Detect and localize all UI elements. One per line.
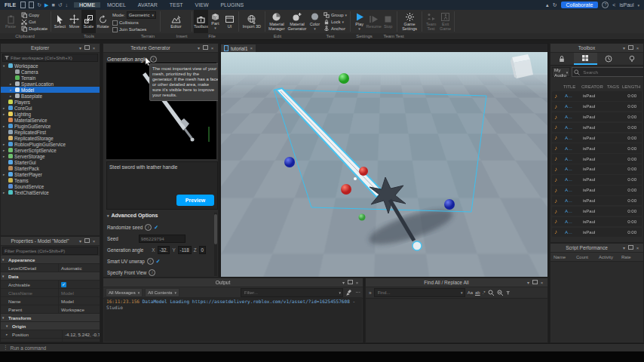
material-manager-button[interactable]: Material Manager: [267, 10, 287, 33]
part-button[interactable]: Part▾: [208, 10, 222, 33]
audio-title-link[interactable]: A…: [565, 104, 583, 109]
property-row[interactable]: ▸ Position -4.12, 5.242, -0.728: [1, 330, 100, 339]
float-panel-icon[interactable]: [627, 45, 634, 51]
expand-arrow-icon[interactable]: ▸: [3, 173, 7, 176]
properties-filter-input[interactable]: Filter Properties (Ctrl+Shift+P): [2, 247, 98, 255]
play-caret[interactable]: ▾: [358, 27, 360, 32]
share-icon[interactable]: <: [612, 2, 615, 8]
property-value[interactable]: Workspace: [58, 305, 100, 313]
view-selector-cube[interactable]: [511, 54, 533, 78]
ribbon-tab[interactable]: MODEL: [102, 2, 131, 8]
expand-arrow-icon[interactable]: ▸: [3, 191, 7, 195]
messages-filter-dropdown[interactable]: All Messages▾: [106, 288, 143, 297]
property-expand-arrow[interactable]: ▾: [1, 316, 8, 320]
paste-button[interactable]: Paste: [2, 10, 20, 33]
expand-arrow-icon[interactable]: ▸: [10, 82, 14, 86]
audio-title-link[interactable]: A…: [565, 167, 583, 171]
scale-handle-blue-right[interactable]: [444, 199, 455, 210]
toolbox-search[interactable]: [572, 67, 644, 77]
property-row[interactable]: ▸ Orientation 0, 0, 0: [1, 339, 100, 342]
audio-title-link[interactable]: A…: [565, 125, 583, 130]
property-row[interactable]: ▾ Origin: [1, 322, 100, 330]
find-previous-icon[interactable]: [488, 290, 495, 296]
audio-title-link[interactable]: A…: [565, 230, 583, 235]
chevron-down-icon[interactable]: ▾: [621, 245, 627, 250]
place-tab[interactable]: tutorial1 ×: [221, 44, 256, 52]
advanced-options-toggle[interactable]: ▾ Advanced Options: [107, 213, 158, 218]
join-surfaces-checkbox[interactable]: [112, 27, 118, 32]
terrain-editor-button[interactable]: Editor: [166, 10, 186, 33]
expand-arrow-icon[interactable]: ▸: [3, 143, 7, 146]
toolbox-button[interactable]: Toolbox: [194, 10, 208, 33]
history-dropdown-icon[interactable]: ↓: [66, 0, 69, 10]
info-icon[interactable]: i: [145, 224, 152, 231]
import-3d-button[interactable]: Import 3D: [241, 10, 262, 33]
audio-row[interactable]: ♪ A… isPaul 0:00: [552, 175, 642, 185]
audio-title-link[interactable]: A…: [565, 219, 583, 224]
move-tool-button[interactable]: Move: [67, 10, 81, 33]
join-surfaces-checkbox-row[interactable]: Join Surfaces: [112, 27, 156, 32]
search-input[interactable]: [581, 69, 644, 75]
expand-arrow-icon[interactable]: ▸: [10, 88, 14, 92]
select-tool-button[interactable]: Select: [53, 10, 67, 33]
expand-arrow-icon[interactable]: ▸: [3, 155, 7, 158]
close-panel-icon[interactable]: ×: [90, 239, 97, 244]
audio-title-link[interactable]: A…: [565, 198, 583, 203]
explorer-item[interactable]: SoundService: [1, 183, 100, 189]
category-select[interactable]: My Audio▾: [552, 67, 570, 77]
sword-pommel[interactable]: [412, 241, 422, 250]
file-menu[interactable]: FILE: [0, 2, 20, 8]
ribbon-tab[interactable]: VIEW: [190, 2, 214, 8]
chevron-down-icon[interactable]: ▾: [621, 45, 627, 51]
explorer-item[interactable]: ReplicatedFirst: [1, 129, 100, 135]
explorer-item[interactable]: ▸ ServerStorage: [1, 153, 100, 159]
ribbon-tab[interactable]: AVATAR: [133, 2, 163, 8]
collapse-ribbon-icon[interactable]: ▴: [546, 2, 549, 8]
clear-output-icon[interactable]: [345, 289, 353, 296]
explorer-item[interactable]: StarterPack: [1, 165, 100, 171]
part-dropdown-caret[interactable]: ▾: [214, 26, 216, 31]
audio-row[interactable]: ♪ A… isPaul 0:00: [552, 133, 642, 143]
explorer-item[interactable]: Players: [1, 99, 100, 105]
group-button[interactable]: Group▾: [324, 12, 347, 18]
tab-creations[interactable]: [620, 53, 643, 65]
explorer-item[interactable]: ▸ ServerScriptService: [1, 147, 100, 153]
undo-icon[interactable]: ↺: [58, 0, 63, 10]
play-button[interactable]: Play▾: [352, 10, 366, 33]
whole-word-toggle[interactable]: ab: [475, 290, 480, 295]
tab-marketplace[interactable]: [550, 53, 574, 65]
stop-button[interactable]: Stop: [381, 10, 395, 33]
explorer-item[interactable]: ▸ Lighting: [1, 111, 100, 117]
ribbon-tab[interactable]: PLUGINS: [215, 2, 249, 8]
audio-row[interactable]: ♪ A… isPaul 0:00: [552, 102, 642, 112]
duplicate-button[interactable]: Duplicate: [21, 26, 48, 32]
scale-handle-red-lower[interactable]: [341, 184, 351, 195]
scale-handle-green-bottom[interactable]: [359, 214, 366, 221]
material-generator-button[interactable]: Material Generator: [287, 10, 308, 33]
explorer-item[interactable]: ▸ Model: [1, 87, 100, 93]
filter-input[interactable]: [243, 290, 339, 296]
property-row[interactable]: ▾ Transform: [1, 314, 100, 322]
property-row[interactable]: Parent Workspace: [1, 305, 100, 314]
game-settings-button[interactable]: Game Settings: [400, 10, 420, 33]
audio-row[interactable]: ♪ A… isPaul 0:00: [552, 186, 642, 195]
explorer-item[interactable]: ▸ Baseplate: [1, 93, 100, 99]
resume-button[interactable]: Resume: [366, 10, 381, 33]
close-panel-icon[interactable]: ×: [538, 281, 545, 285]
find-input-box[interactable]: ▾: [374, 288, 465, 297]
float-panel-icon[interactable]: [627, 245, 634, 250]
property-value[interactable]: -4.12, 5.242, -0.728: [62, 330, 100, 338]
info-icon[interactable]: i: [147, 258, 154, 265]
checkbox-checked[interactable]: ✓: [61, 282, 66, 287]
output-filter-input[interactable]: ▾: [241, 288, 343, 297]
property-expand-arrow[interactable]: ▾: [1, 258, 8, 262]
expand-arrow-icon[interactable]: ▸: [3, 124, 7, 128]
property-value[interactable]: Automatic: [58, 264, 100, 272]
ui-button[interactable]: UI: [222, 10, 237, 33]
property-expand-arrow[interactable]: ▸: [1, 341, 12, 343]
regex-toggle[interactable]: .*: [483, 290, 486, 295]
audio-title-link[interactable]: A…: [565, 146, 583, 151]
angle-x-input[interactable]: -32.: [158, 246, 170, 254]
explorer-item[interactable]: ▸ SpawnLocation: [1, 81, 100, 87]
scale-tool-button[interactable]: Scale: [81, 10, 96, 33]
